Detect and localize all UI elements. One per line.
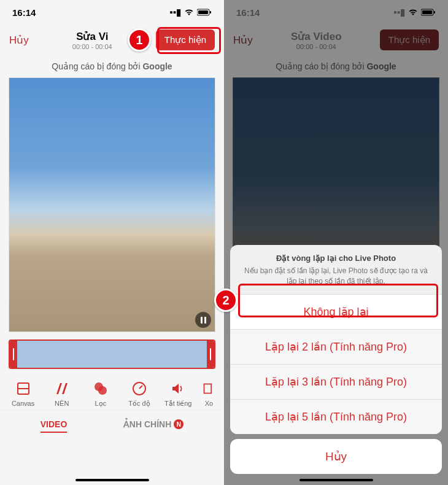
crop-icon xyxy=(200,380,217,397)
header-center: Sửa Video 00:00 - 00:04 xyxy=(253,30,380,50)
svg-rect-1 xyxy=(198,10,208,14)
ad-text: Quảng cáo bị đóng bởi xyxy=(276,61,366,71)
home-indicator[interactable] xyxy=(299,479,373,481)
toolbar: Canvas NÊN Lọc Tốc độ Tắt tiếng Xo xyxy=(0,375,224,410)
status-time: 16:14 xyxy=(236,7,260,18)
svg-line-8 xyxy=(139,386,142,389)
tool-label: Canvas xyxy=(12,400,34,407)
filter-icon xyxy=(92,380,109,397)
svg-rect-12 xyxy=(434,11,435,14)
canvas-icon xyxy=(15,380,32,397)
tab-anhchinh[interactable]: ẢNH CHÍNH N xyxy=(123,419,183,433)
tool-nen[interactable]: NÊN xyxy=(45,380,79,408)
action-sheet: Đặt vòng lặp lại cho Live Photo Nếu bạn … xyxy=(230,245,442,474)
svg-rect-11 xyxy=(422,10,432,14)
sheet-description: Nếu bạn đặt số lần lặp lại, Live Photo s… xyxy=(241,266,431,287)
tool-label: Tắt tiếng xyxy=(164,400,192,408)
status-bar: 16:14 ▪▪▮ xyxy=(224,0,448,25)
header: Hủy Sửa Video 00:00 - 00:04 Thực hiện xyxy=(224,25,448,55)
battery-icon xyxy=(421,7,436,18)
svg-rect-9 xyxy=(204,384,212,394)
video-timeline[interactable] xyxy=(9,340,215,369)
wifi-icon xyxy=(408,7,418,18)
svg-point-6 xyxy=(98,386,107,395)
video-preview[interactable] xyxy=(9,77,215,332)
status-icons: ▪▪▮ xyxy=(169,7,212,18)
trim-handle-right[interactable] xyxy=(210,348,211,360)
status-bar: 16:14 ▪▪▮ xyxy=(0,0,224,25)
tool-tattieng[interactable]: Tắt tiếng xyxy=(161,380,195,408)
sheet-header: Đặt vòng lặp lại cho Live Photo Nếu bạn … xyxy=(230,245,442,294)
google-logo: Google xyxy=(366,61,396,71)
wifi-icon xyxy=(184,7,194,18)
tool-tocdo[interactable]: Tốc độ xyxy=(123,380,156,408)
option-repeat-3[interactable]: Lặp lại 3 lần (Tính năng Pro) xyxy=(230,364,442,399)
home-indicator[interactable] xyxy=(75,479,149,481)
sheet-title: Đặt vòng lặp lại cho Live Photo xyxy=(241,254,431,263)
page-title: Sửa Video xyxy=(253,30,380,43)
ad-bar: Quảng cáo bị đóng bởi Google xyxy=(224,55,448,77)
sheet-main: Đặt vòng lặp lại cho Live Photo Nếu bạn … xyxy=(230,245,442,434)
timecode: 00:00 - 00:04 xyxy=(253,43,380,50)
stripes-icon xyxy=(53,380,71,397)
speed-icon xyxy=(131,380,148,397)
cancel-button[interactable]: Hủy xyxy=(9,34,29,47)
signal-icon: ▪▪▮ xyxy=(393,7,405,18)
tab-video[interactable]: VIDEO xyxy=(41,419,68,433)
tool-canvas[interactable]: Canvas xyxy=(7,380,40,408)
tool-label: Tốc độ xyxy=(128,400,150,408)
signal-icon: ▪▪▮ xyxy=(169,7,181,18)
tab-label: ẢNH CHÍNH xyxy=(123,419,171,429)
status-time: 16:14 xyxy=(12,7,36,18)
trim-handle-left[interactable] xyxy=(13,348,14,360)
option-no-repeat[interactable]: Không lặp lại xyxy=(230,294,442,329)
phone-left: 16:14 ▪▪▮ Hủy Sửa Vi 00:00 - 00:04 Thực … xyxy=(0,0,224,485)
execute-button[interactable]: Thực hiện xyxy=(380,29,439,50)
new-badge: N xyxy=(174,419,183,429)
callout-number-2: 2 xyxy=(214,289,238,312)
option-repeat-5[interactable]: Lặp lại 5 lần (Tính năng Pro) xyxy=(230,399,442,434)
mute-icon xyxy=(169,380,187,397)
tool-label: Lọc xyxy=(95,400,107,408)
tool-xo[interactable]: Xo xyxy=(200,380,217,408)
bottom-tabs: VIDEO ẢNH CHÍNH N xyxy=(0,410,224,438)
google-logo: Google xyxy=(142,61,172,71)
svg-rect-2 xyxy=(210,11,211,14)
option-repeat-2[interactable]: Lặp lại 2 lần (Tính năng Pro) xyxy=(230,329,442,364)
tool-label: NÊN xyxy=(55,400,69,407)
battery-icon xyxy=(197,7,212,18)
ad-text: Quảng cáo bị đóng bởi xyxy=(52,61,142,71)
header: Hủy Sửa Vi 00:00 - 00:04 Thực hiện xyxy=(0,25,224,55)
pause-icon[interactable] xyxy=(195,312,211,328)
callout-number-1: 1 xyxy=(128,28,151,52)
status-icons: ▪▪▮ xyxy=(393,7,436,18)
cancel-button[interactable]: Hủy xyxy=(233,34,253,47)
execute-button[interactable]: Thực hiện xyxy=(156,29,215,50)
tool-label: Xo xyxy=(205,400,213,407)
tool-loc[interactable]: Lọc xyxy=(84,380,117,408)
ad-bar: Quảng cáo bị đóng bởi Google xyxy=(0,55,224,77)
phone-right: 16:14 ▪▪▮ Hủy Sửa Video 00:00 - 00:04 Th… xyxy=(224,0,448,485)
sheet-cancel-button[interactable]: Hủy xyxy=(230,439,442,474)
